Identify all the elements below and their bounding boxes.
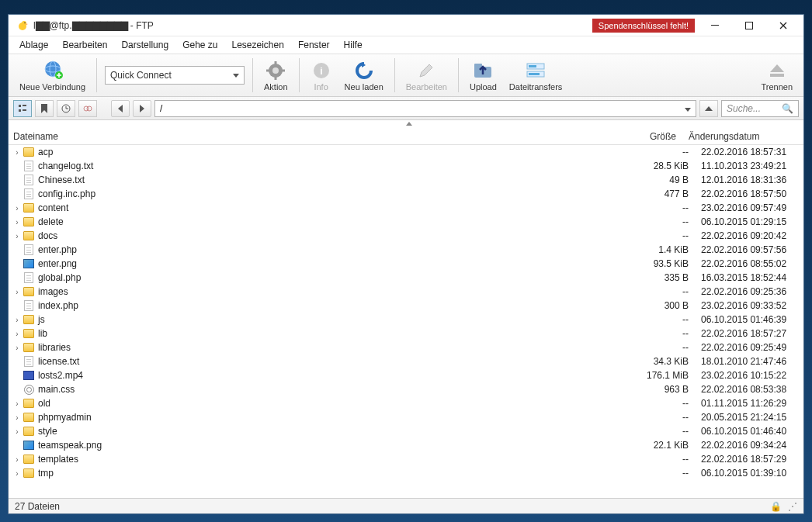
file-row[interactable]: ›style--06.10.2015 01:46:40 [9, 424, 803, 438]
folder-icon [23, 313, 35, 326]
file-row[interactable]: ›libraries--22.02.2016 09:25:49 [9, 341, 803, 354]
file-name: config.inc.php [38, 188, 633, 199]
file-icon [23, 355, 35, 368]
menu-hilfe[interactable]: Hilfe [338, 38, 369, 52]
transfers-button[interactable]: Dateitransfers [503, 58, 568, 93]
file-row[interactable]: changelog.txt28.5 KiB11.10.2013 23:49:21 [9, 159, 803, 173]
upload-button[interactable]: Upload [463, 58, 503, 93]
info-button[interactable]: i Info [304, 58, 338, 93]
nav-forward-button[interactable] [133, 100, 151, 117]
file-row[interactable]: enter.png93.5 KiB22.02.2016 08:55:02 [9, 257, 803, 271]
file-row[interactable]: ›acp--22.02.2016 18:57:31 [9, 145, 803, 159]
file-row[interactable]: ›templates--22.02.2016 18:57:29 [9, 452, 803, 466]
file-row[interactable]: config.inc.php477 B22.02.2016 18:57:50 [9, 187, 803, 201]
search-input[interactable]: Suche... 🔍 [721, 100, 799, 117]
view-bookmark-button[interactable] [35, 100, 54, 117]
nav-up-button[interactable] [699, 100, 718, 117]
file-row[interactable]: ›tmp--06.10.2015 01:39:10 [9, 466, 803, 480]
expand-chevron-icon[interactable]: › [12, 218, 23, 226]
reload-button[interactable]: Neu laden [338, 58, 390, 93]
column-date-header[interactable]: Änderungsdatum [682, 131, 791, 142]
expand-chevron-icon[interactable]: › [12, 148, 23, 157]
folder-icon [23, 202, 35, 214]
minimize-button[interactable] [698, 15, 732, 36]
svg-rect-24 [19, 105, 21, 107]
expand-chevron-icon[interactable]: › [12, 344, 23, 352]
warning-badge[interactable]: Spendenschlüssel fehlt! [592, 19, 695, 33]
expand-chevron-icon[interactable]: › [12, 455, 23, 464]
file-row[interactable]: enter.php1.4 KiB22.02.2016 09:57:56 [9, 243, 803, 257]
view-tree-button[interactable] [13, 100, 32, 117]
file-row[interactable]: index.php300 B23.02.2016 09:33:52 [9, 299, 803, 313]
file-date: 23.02.2016 09:33:52 [695, 300, 803, 311]
svg-point-30 [87, 106, 92, 111]
folder-icon [23, 285, 35, 298]
statusbar: 27 Dateien 🔒 ⋰ [9, 498, 803, 513]
view-history-button[interactable] [57, 100, 75, 117]
folder-icon [23, 397, 35, 410]
action-button[interactable]: Aktion [258, 58, 294, 93]
file-row[interactable]: global.php335 B16.03.2015 18:52:44 [9, 271, 803, 285]
nav-back-button[interactable] [111, 100, 130, 117]
expand-chevron-icon[interactable]: › [12, 413, 23, 422]
app-window: l▇▇@ftp.▇▇▇▇▇▇▇▇ - FTP Spendenschlüssel … [8, 14, 804, 514]
svg-rect-12 [275, 76, 277, 80]
svg-rect-25 [23, 105, 26, 106]
file-list[interactable]: ›acp--22.02.2016 18:57:31changelog.txt28… [9, 145, 803, 498]
expand-chevron-icon[interactable]: › [12, 330, 23, 338]
disconnect-button[interactable]: Trennen [755, 58, 799, 93]
file-size: 176.1 MiB [633, 370, 695, 381]
file-row[interactable]: Chinese.txt49 B12.01.2016 18:31:36 [9, 173, 803, 187]
column-name-header[interactable]: Dateiname [9, 131, 620, 142]
quick-connect-dropdown[interactable]: Quick Connect [105, 66, 245, 85]
expand-chevron-icon[interactable]: › [12, 232, 23, 240]
new-connection-button[interactable]: Neue Verbindung [13, 58, 92, 93]
view-bonjour-button[interactable] [78, 100, 97, 117]
expand-chevron-icon[interactable]: › [12, 288, 23, 296]
menu-fenster[interactable]: Fenster [292, 38, 336, 52]
file-name: phpmyadmin [38, 412, 633, 423]
file-name: style [38, 426, 633, 437]
file-row[interactable]: main.css963 B22.02.2016 08:53:38 [9, 382, 803, 396]
file-row[interactable]: ›lib--22.02.2016 18:57:27 [9, 327, 803, 341]
transfers-icon [525, 60, 547, 81]
file-name: images [38, 286, 633, 297]
menu-bearbeiten[interactable]: Bearbeiten [56, 38, 113, 52]
column-size-header[interactable]: Größe [620, 131, 682, 142]
expand-chevron-icon[interactable]: › [12, 316, 23, 324]
file-row[interactable]: ›docs--22.02.2016 09:20:42 [9, 229, 803, 243]
file-date: 22.02.2016 08:53:38 [695, 384, 803, 395]
file-icon [23, 174, 35, 186]
file-row[interactable]: license.txt34.3 KiB18.01.2010 21:47:46 [9, 354, 803, 368]
file-size: -- [633, 314, 695, 325]
file-row[interactable]: ›js--06.10.2015 01:46:39 [9, 313, 803, 327]
menu-gehezu[interactable]: Gehe zu [176, 38, 224, 52]
file-name: content [38, 202, 633, 213]
expand-chevron-icon[interactable]: › [12, 399, 23, 408]
globe-plus-icon [42, 60, 64, 81]
path-input[interactable]: / [154, 100, 696, 117]
file-name: delete [38, 216, 633, 227]
file-date: 06.10.2015 01:46:39 [695, 314, 803, 325]
file-size: 1.4 KiB [633, 244, 695, 255]
file-row[interactable]: losts2.mp4176.1 MiB23.02.2016 10:15:22 [9, 368, 803, 382]
file-name: license.txt [38, 356, 633, 367]
file-row[interactable]: ›images--22.02.2016 09:25:36 [9, 285, 803, 299]
menu-ablage[interactable]: Ablage [13, 38, 54, 52]
expand-chevron-icon[interactable]: › [12, 469, 23, 478]
edit-button[interactable]: Bearbeiten [400, 58, 453, 93]
file-size: 335 B [633, 272, 695, 283]
file-row[interactable]: ›content--23.02.2016 09:57:49 [9, 201, 803, 215]
expand-chevron-icon[interactable]: › [12, 204, 23, 213]
menu-lesezeichen[interactable]: Lesezeichen [226, 38, 290, 52]
maximize-button[interactable] [732, 15, 766, 36]
file-row[interactable]: ›delete--06.10.2015 01:29:15 [9, 215, 803, 229]
menu-darstellung[interactable]: Darstellung [115, 38, 175, 52]
expand-chevron-icon[interactable]: › [12, 427, 23, 436]
file-row[interactable]: ›old--01.11.2015 11:26:29 [9, 396, 803, 410]
file-size: -- [633, 202, 695, 213]
file-row[interactable]: ›phpmyadmin--20.05.2015 21:24:15 [9, 410, 803, 424]
file-date: 23.02.2016 09:57:49 [695, 202, 803, 213]
close-button[interactable] [766, 15, 800, 36]
file-row[interactable]: teamspeak.png22.1 KiB22.02.2016 09:34:24 [9, 438, 803, 452]
